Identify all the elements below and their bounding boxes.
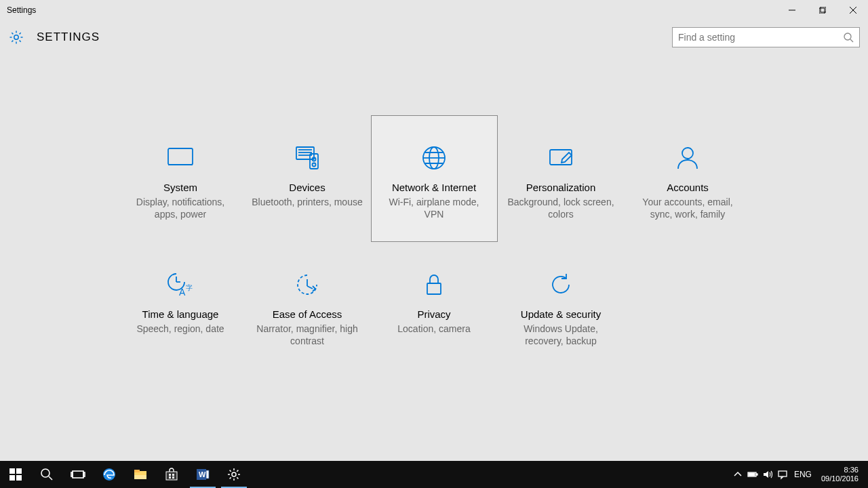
tile-devices[interactable]: Devices Bluetooth, printers, mouse <box>244 115 371 242</box>
tray-language[interactable]: ENG <box>790 470 816 479</box>
lock-icon <box>419 270 449 300</box>
svg-rect-48 <box>206 470 209 479</box>
svg-rect-40 <box>134 475 146 479</box>
tile-label: Privacy <box>417 308 450 321</box>
svg-rect-54 <box>778 471 787 476</box>
taskbar-app-edge[interactable] <box>94 461 125 488</box>
svg-point-49 <box>232 472 236 476</box>
tile-system[interactable]: System Display, notifications, apps, pow… <box>117 115 244 242</box>
tile-desc: Speech, region, date <box>130 323 231 336</box>
svg-rect-52 <box>749 473 755 476</box>
tile-privacy[interactable]: Privacy Location, camera <box>371 242 498 369</box>
svg-rect-41 <box>166 472 177 480</box>
taskbar-app-store[interactable] <box>156 461 187 488</box>
tile-desc: Bluetooth, printers, mouse <box>245 196 369 209</box>
window-title: Settings <box>7 5 36 15</box>
maximize-button[interactable] <box>807 0 837 20</box>
taskbar-app-word[interactable]: W <box>187 461 218 488</box>
tile-label: Personalization <box>526 181 596 195</box>
gear-icon <box>8 29 24 45</box>
settings-grid: System Display, notifications, apps, pow… <box>0 115 868 369</box>
tile-desc: Your accounts, email, sync, work, family <box>625 196 751 222</box>
svg-rect-36 <box>83 472 85 476</box>
tile-network-internet[interactable]: Network & Internet Wi-Fi, airplane mode,… <box>371 115 498 242</box>
taskbar-search-button[interactable] <box>31 461 62 488</box>
update-icon <box>546 270 576 300</box>
svg-point-32 <box>41 469 50 477</box>
tile-label: Ease of Access <box>273 308 342 321</box>
search-input[interactable] <box>678 32 843 43</box>
svg-rect-42 <box>169 474 171 476</box>
svg-text:A: A <box>179 287 186 298</box>
tile-label: System <box>163 181 197 195</box>
tile-label: Time & language <box>142 308 219 321</box>
minimize-button[interactable] <box>776 0 807 20</box>
tray-volume-icon[interactable] <box>760 461 775 488</box>
tile-accounts[interactable]: Accounts Your accounts, email, sync, wor… <box>625 115 751 242</box>
devices-icon <box>292 143 322 173</box>
tile-desc: Location, camera <box>391 323 477 336</box>
svg-point-5 <box>14 35 18 39</box>
tile-label: Devices <box>289 181 325 195</box>
start-button[interactable] <box>0 461 31 488</box>
svg-text:字: 字 <box>186 284 193 291</box>
svg-rect-30 <box>9 475 15 481</box>
svg-rect-20 <box>550 150 572 165</box>
tray-clock[interactable]: 8:36 09/10/2016 <box>816 466 864 483</box>
ease-of-access-icon <box>292 270 322 300</box>
accounts-icon <box>673 143 703 173</box>
close-button[interactable] <box>837 0 868 20</box>
svg-line-33 <box>49 476 52 480</box>
time-language-icon: A 字 <box>165 270 195 300</box>
svg-rect-34 <box>73 471 83 478</box>
svg-rect-43 <box>172 474 174 476</box>
svg-rect-2 <box>821 7 826 12</box>
svg-rect-29 <box>16 468 22 474</box>
tile-desc: Wi-Fi, airplane mode, VPN <box>372 196 497 222</box>
svg-rect-1 <box>819 8 825 14</box>
svg-rect-31 <box>16 475 22 481</box>
personalization-icon <box>546 143 576 173</box>
svg-rect-8 <box>168 148 193 165</box>
svg-rect-35 <box>71 472 73 476</box>
taskbar-app-settings[interactable] <box>218 461 250 488</box>
svg-rect-28 <box>9 468 15 474</box>
tile-desc: Background, lock screen, colors <box>498 196 624 222</box>
taskbar-app-file-explorer[interactable] <box>125 461 156 488</box>
tile-personalization[interactable]: Personalization Background, lock screen,… <box>498 115 625 242</box>
tile-desc: Windows Update, recovery, backup <box>498 323 624 348</box>
globe-icon <box>419 143 449 173</box>
page-header: SETTINGS <box>0 20 868 54</box>
tile-ease-of-access[interactable]: Ease of Access Narrator, magnifier, high… <box>244 242 371 369</box>
tile-label: Update & security <box>521 308 601 321</box>
svg-point-21 <box>682 148 693 159</box>
svg-rect-45 <box>172 476 174 479</box>
tile-label: Accounts <box>667 181 709 195</box>
tray-action-center-icon[interactable] <box>775 461 790 488</box>
search-icon <box>843 32 854 43</box>
tray-date: 09/10/2016 <box>821 474 859 483</box>
tray-chevron-up-icon[interactable] <box>730 461 745 488</box>
svg-rect-51 <box>756 474 757 475</box>
tray-battery-icon[interactable] <box>745 461 760 488</box>
tile-desc: Display, notifications, apps, power <box>118 196 243 222</box>
svg-marker-53 <box>764 471 768 478</box>
svg-rect-44 <box>169 476 171 479</box>
svg-point-6 <box>844 33 851 40</box>
tile-update-security[interactable]: Update & security Windows Update, recove… <box>498 242 625 369</box>
taskbar: W ENG 8:36 09/10/2016 <box>0 461 868 488</box>
task-view-button[interactable] <box>62 461 94 488</box>
svg-point-16 <box>313 163 316 167</box>
tray-time: 8:36 <box>821 466 859 474</box>
system-icon <box>165 143 195 173</box>
tile-label: Network & Internet <box>392 181 476 195</box>
svg-rect-27 <box>427 283 441 294</box>
tile-time-language[interactable]: A 字 Time & language Speech, region, date <box>117 242 244 369</box>
svg-text:W: W <box>199 470 206 479</box>
window-titlebar: Settings <box>0 0 868 20</box>
tile-desc: Narrator, magnifier, high contrast <box>245 323 370 348</box>
svg-line-7 <box>850 39 853 42</box>
svg-rect-39 <box>134 470 140 472</box>
page-title: SETTINGS <box>37 30 100 44</box>
search-box[interactable] <box>672 27 860 47</box>
